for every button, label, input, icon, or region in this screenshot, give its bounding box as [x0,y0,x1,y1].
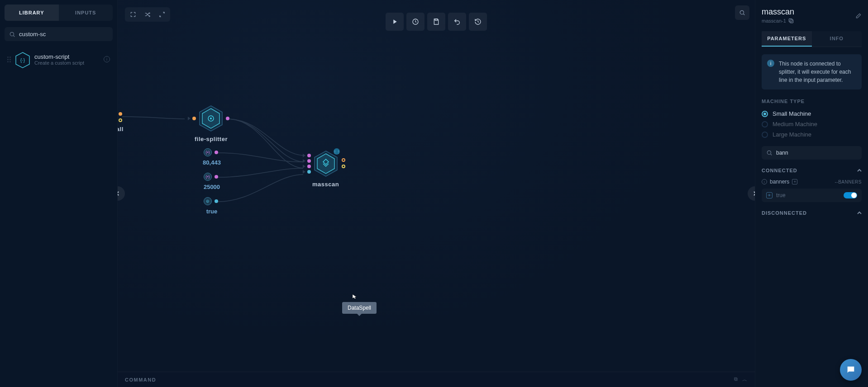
history-button[interactable] [469,13,487,31]
command-copy-icon[interactable]: ⧉ [734,376,739,383]
add-param-icon[interactable]: + [792,179,797,184]
info-icon: i [767,60,774,67]
radio-small-machine[interactable]: Small Machine [762,109,862,119]
connected-label: CONNECTED [762,168,797,173]
canvas-wires [118,0,755,387]
drag-handle-icon[interactable] [7,57,12,62]
node-id: masscan-1 [762,18,786,24]
copy-icon[interactable] [788,18,794,24]
svg-point-6 [740,10,744,14]
command-label: COMMAND [125,377,156,382]
radio-icon [762,132,768,138]
node-file-splitter-label: file-splitter [195,136,228,142]
node-true[interactable]: ⊚ true [198,197,225,215]
connected-section-header[interactable]: CONNECTED [762,168,862,173]
param-search-wrap[interactable] [762,146,862,160]
library-item-title: custom-script [34,53,104,60]
node-masscan[interactable]: ⋮⋮ masscan [312,150,339,188]
disconnected-section-header[interactable]: DISCONNECTED [762,210,862,216]
edit-icon[interactable] [855,13,862,19]
splitter-badge-icon: ⋮⋮ [334,148,340,155]
tooltip-dataspell: DataSpell [342,302,377,314]
canvas-prev-button[interactable] [118,186,125,201]
radio-label: Medium Machine [773,121,817,127]
svg-point-16 [767,151,771,154]
node-t-all[interactable]: t-all [118,113,127,132]
left-tabs: LIBRARY INPUTS [5,5,113,21]
radio-large-machine[interactable]: Large Machine [762,129,862,140]
info-icon[interactable]: i [762,179,767,184]
node-title: masscan [762,7,794,17]
search-icon [9,31,15,38]
node-ports[interactable]: (•) 80,443 [198,148,225,166]
svg-text:{·}: {·} [20,57,25,63]
chat-fab[interactable] [840,359,862,381]
tab-library[interactable]: LIBRARY [5,5,59,21]
tab-inputs[interactable]: INPUTS [59,5,113,21]
radio-label: Small Machine [773,110,811,117]
shuffle-button[interactable] [141,9,154,20]
tab-info[interactable]: INFO [812,31,862,47]
svg-line-1 [14,35,15,37]
custom-script-icon: {·} [15,52,30,66]
canvas-run-toolbar [386,13,487,31]
node-rate[interactable]: (•) 25000 [198,173,225,190]
canvas-search-button[interactable] [735,5,749,20]
radio-label: Large Machine [773,131,811,138]
cursor-icon [352,294,358,299]
node-ports-label: 80,443 [198,159,225,166]
notice-text: This node is connected to splitter, it w… [779,60,856,84]
undo-button[interactable] [448,13,466,31]
node-rate-label: 25000 [198,184,225,190]
node-t-all-label: t-all [118,126,127,132]
machine-type-label: MACHINE TYPE [762,99,862,104]
fullscreen-button[interactable] [127,9,139,20]
node-true-label: true [198,208,225,215]
radio-icon [762,121,768,127]
canvas-next-button[interactable] [748,186,755,201]
library-search-input[interactable] [19,31,108,38]
expand-button[interactable] [156,9,168,20]
svg-line-7 [744,14,745,15]
sidebar-right: masscan masscan-1 PARAMETERS INFO i This… [755,0,868,387]
param-search-input[interactable] [776,150,857,156]
right-tabs: PARAMETERS INFO [762,31,862,47]
param-name: banners [770,179,789,185]
param-value: true [776,192,786,198]
disconnected-label: DISCONNECTED [762,210,807,216]
workflow-canvas[interactable]: t-all file-splitter (•) 80,443 [118,0,755,387]
sidebar-left: LIBRARY INPUTS {·} custom-script Create … [0,0,118,387]
command-bar[interactable]: COMMAND ⧉ ︿ [118,372,755,387]
node-masscan-label: masscan [312,181,339,188]
splitter-notice: i This node is connected to splitter, it… [762,54,862,90]
info-icon[interactable]: i [104,56,110,62]
svg-rect-15 [789,19,792,22]
canvas-view-toolbar [125,7,170,22]
tab-parameters[interactable]: PARAMETERS [762,31,812,47]
search-icon [766,150,773,156]
param-flag: --BANNERS [835,179,862,184]
chevron-up-icon [857,168,862,173]
schedule-button[interactable] [406,13,424,31]
visibility-icon[interactable]: 👁 [766,192,773,198]
svg-rect-14 [790,20,793,23]
radio-icon [762,111,768,117]
svg-line-17 [771,154,772,156]
param-banners-row: i banners + --BANNERS [762,179,862,185]
param-banners-value-row: 👁 true [762,189,862,202]
library-item-subtitle: Create a custom script [34,60,104,66]
save-button[interactable] [427,13,445,31]
library-search-wrap[interactable] [5,27,113,41]
param-banners-toggle[interactable] [844,192,857,198]
node-file-splitter[interactable]: file-splitter [195,105,228,142]
command-collapse-icon[interactable]: ︿ [742,376,748,383]
radio-medium-machine[interactable]: Medium Machine [762,119,862,129]
svg-point-11 [210,118,212,119]
chat-icon [846,365,856,375]
play-button[interactable] [386,13,404,31]
svg-rect-5 [435,19,437,20]
library-item-custom-script[interactable]: {·} custom-script Create a custom script… [5,47,113,71]
svg-point-0 [10,32,14,36]
chevron-up-icon [857,211,862,215]
